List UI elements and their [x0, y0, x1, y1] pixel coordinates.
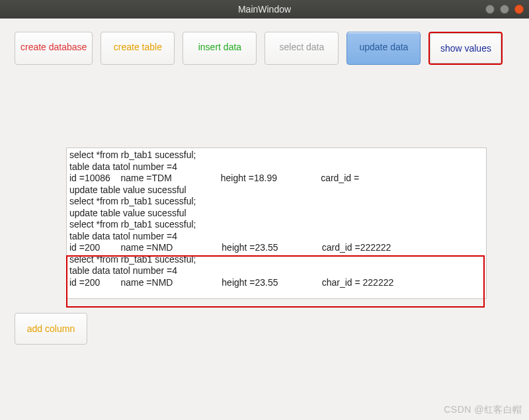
maximize-icon[interactable]: [500, 5, 509, 14]
toolbar: create database create table insert data…: [15, 32, 514, 65]
watermark: CSDN @红客白帽: [444, 404, 522, 416]
window-title: MainWindow: [238, 4, 291, 15]
show-values-button[interactable]: show values: [430, 33, 501, 63]
add-column-button[interactable]: add column: [15, 313, 87, 345]
select-data-button[interactable]: select data: [264, 32, 339, 65]
minimize-icon[interactable]: [485, 5, 495, 14]
update-data-button[interactable]: update data: [346, 32, 421, 65]
content-area: create database create table insert data…: [0, 19, 529, 420]
window-controls: [485, 5, 524, 14]
create-database-button[interactable]: create database: [15, 32, 93, 65]
create-table-button[interactable]: create table: [101, 32, 175, 65]
highlight-show-values: show values: [428, 32, 503, 65]
output-container: select *from rb_tab1 sucessful; table da…: [66, 147, 487, 299]
output-textarea[interactable]: select *from rb_tab1 sucessful; table da…: [66, 147, 487, 299]
insert-data-button[interactable]: insert data: [183, 32, 257, 65]
close-icon[interactable]: [514, 5, 524, 14]
titlebar: MainWindow: [0, 0, 529, 19]
